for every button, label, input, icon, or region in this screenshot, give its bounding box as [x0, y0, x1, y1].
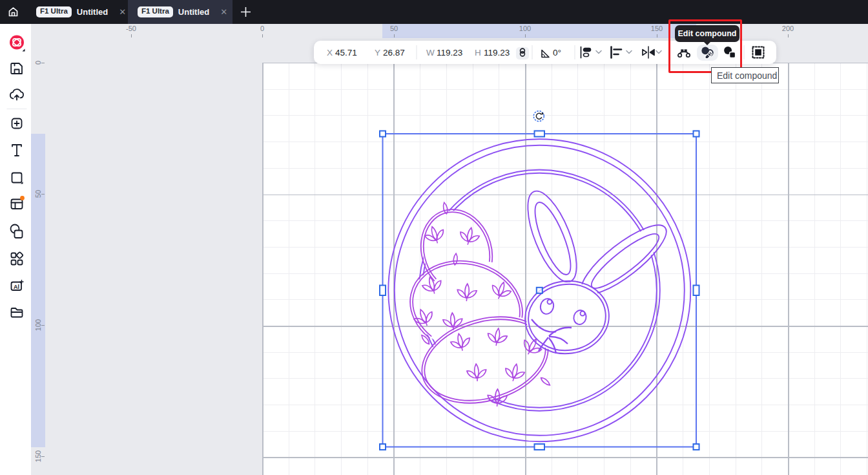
svg-text:119.23: 119.23: [437, 48, 462, 58]
svg-text:H: H: [475, 48, 481, 58]
svg-text:W: W: [426, 48, 435, 58]
svg-text:X: X: [327, 48, 333, 58]
svg-text:26.87: 26.87: [383, 48, 405, 58]
svg-text:119.23: 119.23: [484, 48, 510, 58]
svg-text:0°: 0°: [553, 48, 561, 58]
svg-text:Y: Y: [375, 48, 380, 58]
svg-text:45.71: 45.71: [335, 48, 357, 58]
